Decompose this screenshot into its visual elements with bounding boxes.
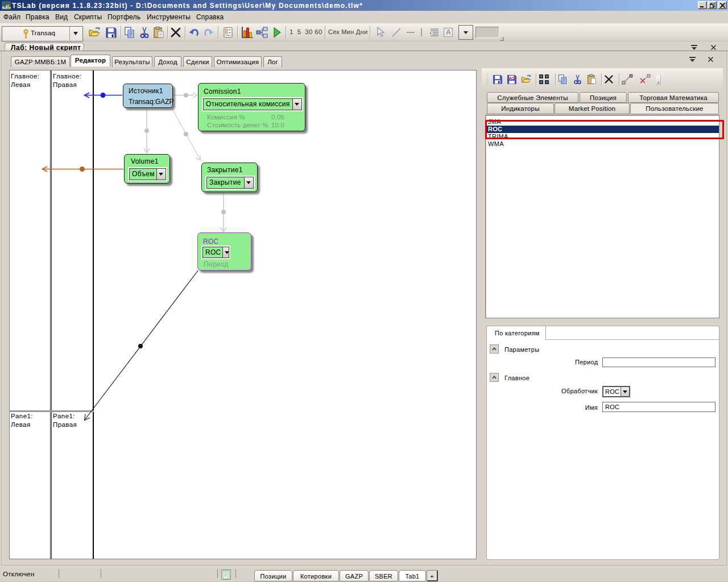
svg-text:AS: AS xyxy=(509,76,515,81)
svg-text:A: A xyxy=(446,28,451,36)
